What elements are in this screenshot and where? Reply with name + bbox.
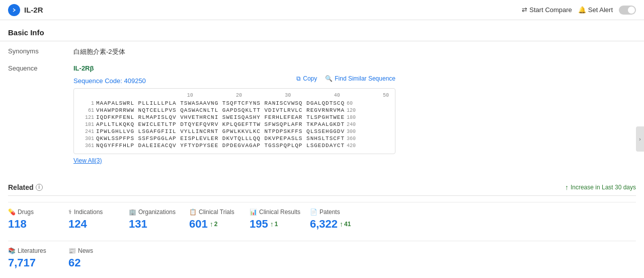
sequence-ruler: 10 20 30 40 50 <box>80 93 389 98</box>
basic-info-title: Basic Info <box>0 20 644 41</box>
sequence-actions: ⧉ Copy 🔍 Find Similar Sequence <box>296 75 395 82</box>
alert-toggle[interactable] <box>619 6 636 15</box>
organizations-icon: 🏢 <box>129 208 136 216</box>
clinical-trials-icon: 📋 <box>189 208 197 216</box>
literatures-icon: 📚 <box>8 247 16 254</box>
clinical-results-arrow: ↑ <box>270 220 274 228</box>
view-all-link[interactable]: View All(3) <box>73 157 395 164</box>
seq-line-1: 1 MAAPALSWRL PLLILLLPLA TSWASAAVNG TSQFT… <box>80 100 389 106</box>
page-title: IL-2R <box>24 6 43 14</box>
sequence-name: IL-2Rβ <box>73 64 395 72</box>
sequence-header-bar: Sequence Code: 409250 ⧉ Copy 🔍 Find Simi… <box>73 75 395 86</box>
stat-item-clinical-trials[interactable]: 📋 Clinical Trials 601 ↑ 2 <box>189 202 250 237</box>
stat-category-patents: 📄 Patents <box>310 208 362 216</box>
synonyms-value: 白細胞介素-2受体 <box>73 47 125 56</box>
synonyms-label: Synonyms <box>8 47 73 55</box>
stat-category-news: 📰 News <box>68 247 121 254</box>
related-header: Related i ↑ Increase in Last 30 days <box>8 178 636 196</box>
trend-arrow-icon: ↑ <box>565 183 569 191</box>
stat-category-drugs: 💊 Drugs <box>8 208 60 216</box>
clinical-trials-increase: ↑ 2 <box>210 220 218 228</box>
clinical-trials-arrow: ↑ <box>210 220 213 228</box>
stat-item-patents[interactable]: 📄 Patents 6,322 ↑ 41 <box>310 202 370 237</box>
seq-line-2: 61 VHAWPDRRWW NQTCELLPVS QASWACNLTL GAPD… <box>80 107 389 113</box>
sequence-content: IL-2Rβ Sequence Code: 409250 ⧉ Copy 🔍 Fi… <box>73 64 395 164</box>
sequence-label: Sequence <box>8 64 73 72</box>
seq-line-6: 301 QKWLSSPFPS SSFSPGGLAP EISPLEVLER DKV… <box>80 135 389 142</box>
stat-value-clinical-results: 195 ↑ 1 <box>250 218 302 231</box>
stat-category-clinical-results: 📊 Clinical Results <box>250 208 302 216</box>
copy-button[interactable]: ⧉ Copy <box>296 75 317 82</box>
start-compare-button[interactable]: ⇄ Start Compare <box>522 6 572 14</box>
clinical-results-increase: ↑ 1 <box>270 220 278 228</box>
patents-icon: 📄 <box>310 208 317 216</box>
stats-grid: 💊 Drugs 118 ⚕ Indications 124 🏢 Organiza… <box>8 202 636 237</box>
svg-point-0 <box>11 7 18 14</box>
seq-line-5: 241 IPWLGHLLVG LSGAFGFIIL VYLLINCRNT GPW… <box>80 128 389 134</box>
patents-increase: ↑ 41 <box>340 220 351 228</box>
compare-icon: ⇄ <box>522 6 527 14</box>
stat-item-drugs[interactable]: 💊 Drugs 118 <box>8 202 68 237</box>
stat-item-literatures[interactable]: 📚 Literatures 7,717 <box>8 241 68 275</box>
right-panel-toggle[interactable]: › <box>636 126 644 152</box>
stat-category-indications: ⚕ Indications <box>68 208 121 216</box>
synonyms-row: Synonyms 白細胞介素-2受体 <box>8 47 636 56</box>
stat-value-news: 62 <box>68 256 121 269</box>
stat-item-organizations[interactable]: 🏢 Organizations 131 <box>129 202 189 237</box>
patents-arrow: ↑ <box>340 220 343 228</box>
set-alert-button[interactable]: 🔔 Set Alert <box>578 6 613 14</box>
find-similar-button[interactable]: 🔍 Find Similar Sequence <box>325 75 395 82</box>
stat-item-news[interactable]: 📰 News 62 <box>68 241 129 275</box>
related-section: Related i ↑ Increase in Last 30 days 💊 D… <box>0 178 644 278</box>
alert-icon: 🔔 <box>578 6 586 14</box>
seq-line-4: 181 APLLTLKQKQ EWICLETLTP DTQYEFQVRV KPL… <box>80 121 389 127</box>
stat-category-organizations: 🏢 Organizations <box>129 208 181 216</box>
header-left: IL-2R <box>8 4 43 16</box>
stat-value-drugs: 118 <box>8 218 60 231</box>
stat-value-organizations: 131 <box>129 218 181 231</box>
clinical-results-icon: 📊 <box>250 208 257 216</box>
news-icon: 📰 <box>68 247 76 254</box>
related-trend: ↑ Increase in Last 30 days <box>565 183 636 191</box>
drugs-icon: 💊 <box>8 208 16 216</box>
stat-value-literatures: 7,717 <box>8 256 60 269</box>
header: IL-2R ⇄ Start Compare 🔔 Set Alert <box>0 0 644 20</box>
sequence-viewer[interactable]: 10 20 30 40 50 1 MAAPALSWRL PLLILLLPLA T… <box>73 88 395 154</box>
stat-category-clinical-trials: 📋 Clinical Trials <box>189 208 242 216</box>
header-right: ⇄ Start Compare 🔔 Set Alert <box>522 6 636 15</box>
sequence-row: Sequence IL-2Rβ Sequence Code: 409250 ⧉ … <box>8 64 636 164</box>
seq-line-3: 121 IQDFKPFENL RLMAPISLQV VHVETHRCNI SWE… <box>80 114 389 120</box>
search-similar-icon: 🔍 <box>325 75 333 82</box>
stat-value-clinical-trials: 601 ↑ 2 <box>189 218 242 231</box>
related-title: Related i <box>8 183 43 191</box>
stat-value-patents: 6,322 ↑ 41 <box>310 218 362 231</box>
copy-icon: ⧉ <box>296 75 301 82</box>
stat-item-clinical-results[interactable]: 📊 Clinical Results 195 ↑ 1 <box>250 202 310 237</box>
related-info-icon[interactable]: i <box>36 184 43 191</box>
basic-info-content: Synonyms 白細胞介素-2受体 Sequence IL-2Rβ Seque… <box>0 41 644 178</box>
stat-item-indications[interactable]: ⚕ Indications 124 <box>68 202 129 237</box>
stats-grid-row2: 📚 Literatures 7,717 📰 News 62 <box>8 241 636 275</box>
sequence-code-link[interactable]: Sequence Code: 409250 <box>73 77 146 85</box>
indications-icon: ⚕ <box>68 208 72 216</box>
seq-line-7: 361 NQGYFFFHLP DALEIEACQV YFTYDPYSEE DPD… <box>80 143 389 149</box>
app-logo <box>8 4 20 16</box>
stat-value-indications: 124 <box>68 218 121 231</box>
stat-category-literatures: 📚 Literatures <box>8 247 60 254</box>
